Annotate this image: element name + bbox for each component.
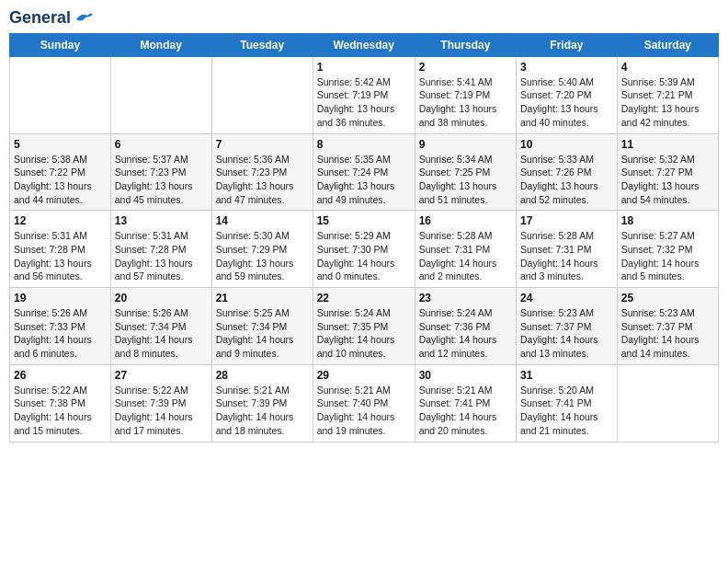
day-cell-1: 1Sunrise: 5:42 AM Sunset: 7:19 PM Daylig…	[313, 56, 415, 133]
day-info: Sunrise: 5:39 AM Sunset: 7:21 PM Dayligh…	[621, 75, 714, 130]
day-number: 25	[621, 292, 714, 304]
day-info: Sunrise: 5:29 AM Sunset: 7:30 PM Dayligh…	[317, 229, 411, 283]
day-info: Sunrise: 5:31 AM Sunset: 7:28 PM Dayligh…	[14, 229, 107, 283]
day-info: Sunrise: 5:26 AM Sunset: 7:33 PM Dayligh…	[14, 306, 107, 361]
week-row-1: 1Sunrise: 5:42 AM Sunset: 7:19 PM Daylig…	[10, 56, 719, 133]
logo: General	[9, 9, 95, 28]
day-cell-26: 26Sunrise: 5:22 AM Sunset: 7:38 PM Dayli…	[10, 364, 111, 442]
day-info: Sunrise: 5:23 AM Sunset: 7:37 PM Dayligh…	[520, 306, 613, 361]
empty-cell	[211, 56, 313, 133]
day-number: 27	[115, 369, 208, 382]
weekday-header-row: SundayMondayTuesdayWednesdayThursdayFrid…	[10, 33, 719, 56]
day-number: 2	[419, 61, 512, 74]
day-info: Sunrise: 5:33 AM Sunset: 7:26 PM Dayligh…	[520, 153, 613, 207]
day-number: 15	[317, 214, 411, 227]
day-number: 31	[520, 369, 613, 382]
day-info: Sunrise: 5:32 AM Sunset: 7:27 PM Dayligh…	[621, 153, 714, 207]
weekday-header-sunday: Sunday	[10, 33, 111, 56]
logo-text: General	[9, 9, 71, 28]
day-info: Sunrise: 5:42 AM Sunset: 7:19 PM Dayligh…	[317, 75, 411, 130]
day-cell-28: 28Sunrise: 5:21 AM Sunset: 7:39 PM Dayli…	[211, 364, 313, 442]
day-cell-5: 5Sunrise: 5:38 AM Sunset: 7:22 PM Daylig…	[10, 133, 111, 211]
day-cell-9: 9Sunrise: 5:34 AM Sunset: 7:25 PM Daylig…	[415, 133, 516, 211]
week-row-5: 26Sunrise: 5:22 AM Sunset: 7:38 PM Dayli…	[10, 364, 719, 442]
day-info: Sunrise: 5:37 AM Sunset: 7:23 PM Dayligh…	[115, 153, 208, 207]
day-number: 17	[520, 214, 613, 227]
day-cell-14: 14Sunrise: 5:30 AM Sunset: 7:29 PM Dayli…	[211, 211, 313, 288]
day-cell-7: 7Sunrise: 5:36 AM Sunset: 7:23 PM Daylig…	[211, 133, 313, 211]
day-cell-22: 22Sunrise: 5:24 AM Sunset: 7:35 PM Dayli…	[313, 288, 415, 365]
day-number: 18	[621, 214, 714, 227]
day-cell-25: 25Sunrise: 5:23 AM Sunset: 7:37 PM Dayli…	[617, 288, 718, 365]
day-cell-8: 8Sunrise: 5:35 AM Sunset: 7:24 PM Daylig…	[313, 133, 415, 211]
day-info: Sunrise: 5:20 AM Sunset: 7:41 PM Dayligh…	[520, 384, 613, 438]
day-info: Sunrise: 5:28 AM Sunset: 7:31 PM Dayligh…	[520, 229, 613, 283]
day-info: Sunrise: 5:36 AM Sunset: 7:23 PM Dayligh…	[216, 153, 309, 207]
day-number: 20	[115, 292, 208, 304]
day-cell-13: 13Sunrise: 5:31 AM Sunset: 7:28 PM Dayli…	[110, 211, 211, 288]
day-number: 12	[14, 214, 107, 227]
day-info: Sunrise: 5:22 AM Sunset: 7:39 PM Dayligh…	[115, 384, 208, 438]
day-number: 13	[115, 214, 208, 227]
day-info: Sunrise: 5:21 AM Sunset: 7:39 PM Dayligh…	[216, 384, 309, 438]
weekday-header-saturday: Saturday	[617, 33, 718, 56]
day-cell-2: 2Sunrise: 5:41 AM Sunset: 7:19 PM Daylig…	[415, 56, 516, 133]
day-number: 14	[216, 214, 309, 227]
day-info: Sunrise: 5:40 AM Sunset: 7:20 PM Dayligh…	[520, 75, 613, 130]
day-number: 23	[419, 292, 512, 304]
day-cell-31: 31Sunrise: 5:20 AM Sunset: 7:41 PM Dayli…	[516, 364, 617, 442]
day-number: 8	[317, 138, 411, 151]
day-number: 3	[520, 61, 613, 74]
day-cell-19: 19Sunrise: 5:26 AM Sunset: 7:33 PM Dayli…	[10, 288, 111, 365]
day-cell-12: 12Sunrise: 5:31 AM Sunset: 7:28 PM Dayli…	[10, 211, 111, 288]
day-cell-23: 23Sunrise: 5:24 AM Sunset: 7:36 PM Dayli…	[415, 288, 516, 365]
week-row-4: 19Sunrise: 5:26 AM Sunset: 7:33 PM Dayli…	[10, 288, 719, 365]
day-info: Sunrise: 5:30 AM Sunset: 7:29 PM Dayligh…	[216, 229, 309, 283]
day-number: 10	[520, 138, 613, 151]
weekday-header-thursday: Thursday	[415, 33, 516, 56]
day-info: Sunrise: 5:26 AM Sunset: 7:34 PM Dayligh…	[115, 306, 208, 361]
day-number: 5	[14, 138, 107, 151]
day-number: 26	[14, 369, 107, 382]
day-info: Sunrise: 5:31 AM Sunset: 7:28 PM Dayligh…	[115, 229, 208, 283]
day-number: 9	[419, 138, 512, 151]
weekday-header-tuesday: Tuesday	[211, 33, 313, 56]
day-cell-11: 11Sunrise: 5:32 AM Sunset: 7:27 PM Dayli…	[617, 133, 718, 211]
page-header: General	[9, 9, 719, 28]
day-cell-27: 27Sunrise: 5:22 AM Sunset: 7:39 PM Dayli…	[110, 364, 211, 442]
day-number: 29	[317, 369, 411, 382]
day-number: 4	[621, 61, 714, 74]
day-info: Sunrise: 5:21 AM Sunset: 7:41 PM Dayligh…	[419, 384, 512, 438]
day-cell-3: 3Sunrise: 5:40 AM Sunset: 7:20 PM Daylig…	[516, 56, 617, 133]
day-info: Sunrise: 5:38 AM Sunset: 7:22 PM Dayligh…	[14, 153, 107, 207]
day-cell-20: 20Sunrise: 5:26 AM Sunset: 7:34 PM Dayli…	[110, 288, 211, 365]
empty-cell	[617, 364, 718, 442]
day-number: 24	[520, 292, 613, 304]
day-cell-6: 6Sunrise: 5:37 AM Sunset: 7:23 PM Daylig…	[110, 133, 211, 211]
week-row-2: 5Sunrise: 5:38 AM Sunset: 7:22 PM Daylig…	[10, 133, 719, 211]
day-number: 11	[621, 138, 714, 151]
day-cell-30: 30Sunrise: 5:21 AM Sunset: 7:41 PM Dayli…	[415, 364, 516, 442]
day-number: 7	[216, 138, 309, 151]
day-number: 28	[216, 369, 309, 382]
day-number: 19	[14, 292, 107, 304]
day-cell-17: 17Sunrise: 5:28 AM Sunset: 7:31 PM Dayli…	[516, 211, 617, 288]
day-number: 22	[317, 292, 411, 304]
day-info: Sunrise: 5:22 AM Sunset: 7:38 PM Dayligh…	[14, 384, 107, 438]
day-info: Sunrise: 5:41 AM Sunset: 7:19 PM Dayligh…	[419, 75, 512, 130]
day-cell-24: 24Sunrise: 5:23 AM Sunset: 7:37 PM Dayli…	[516, 288, 617, 365]
day-info: Sunrise: 5:24 AM Sunset: 7:35 PM Dayligh…	[317, 306, 411, 361]
calendar-table: SundayMondayTuesdayWednesdayThursdayFrid…	[9, 33, 719, 442]
day-cell-29: 29Sunrise: 5:21 AM Sunset: 7:40 PM Dayli…	[313, 364, 415, 442]
day-number: 30	[419, 369, 512, 382]
weekday-header-wednesday: Wednesday	[313, 33, 415, 56]
day-info: Sunrise: 5:35 AM Sunset: 7:24 PM Dayligh…	[317, 153, 411, 207]
day-number: 21	[216, 292, 309, 304]
bird-icon	[74, 10, 95, 27]
day-cell-16: 16Sunrise: 5:28 AM Sunset: 7:31 PM Dayli…	[415, 211, 516, 288]
day-info: Sunrise: 5:28 AM Sunset: 7:31 PM Dayligh…	[419, 229, 512, 283]
day-cell-10: 10Sunrise: 5:33 AM Sunset: 7:26 PM Dayli…	[516, 133, 617, 211]
day-cell-15: 15Sunrise: 5:29 AM Sunset: 7:30 PM Dayli…	[313, 211, 415, 288]
weekday-header-monday: Monday	[110, 33, 211, 56]
weekday-header-friday: Friday	[516, 33, 617, 56]
